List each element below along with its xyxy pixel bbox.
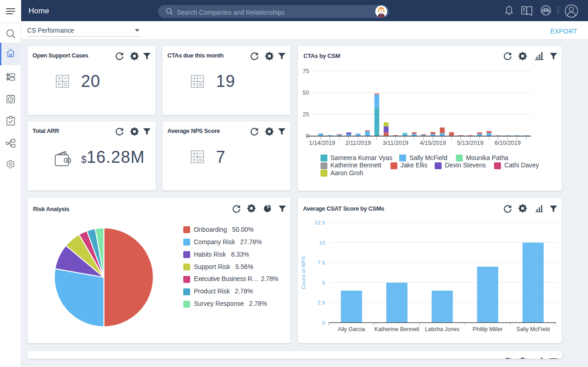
svg-text:4/15/2019: 4/15/2019: [420, 139, 446, 146]
svg-text:2/11/2019: 2/11/2019: [345, 139, 371, 146]
svg-text:Latisha Jones: Latisha Jones: [425, 326, 460, 333]
svg-text:1/14/2019: 1/14/2019: [309, 139, 335, 146]
svg-text:0: 0: [322, 320, 325, 326]
svg-text:5/13/2019: 5/13/2019: [457, 139, 483, 146]
svg-text:12.5: 12.5: [314, 219, 325, 226]
svg-text:75: 75: [303, 67, 309, 74]
svg-text:10: 10: [319, 240, 326, 246]
svg-text:Ally Garcia: Ally Garcia: [338, 326, 365, 333]
svg-text:Katherine Bennett: Katherine Bennett: [374, 326, 419, 333]
svg-text:7.5: 7.5: [318, 259, 326, 266]
svg-text:Sally McField: Sally McField: [516, 326, 549, 333]
svg-text:Count of NPS: Count of NPS: [300, 256, 307, 289]
svg-text:2.5: 2.5: [318, 299, 326, 306]
svg-text:5: 5: [322, 280, 325, 286]
svg-text:25: 25: [303, 111, 309, 118]
svg-text:3/11/2019: 3/11/2019: [383, 139, 408, 146]
svg-text:6/10/2019: 6/10/2019: [495, 139, 521, 146]
svg-text:Phillip Miller: Phillip Miller: [473, 326, 503, 333]
svg-text:0: 0: [306, 132, 309, 139]
svg-text:50: 50: [303, 89, 309, 96]
